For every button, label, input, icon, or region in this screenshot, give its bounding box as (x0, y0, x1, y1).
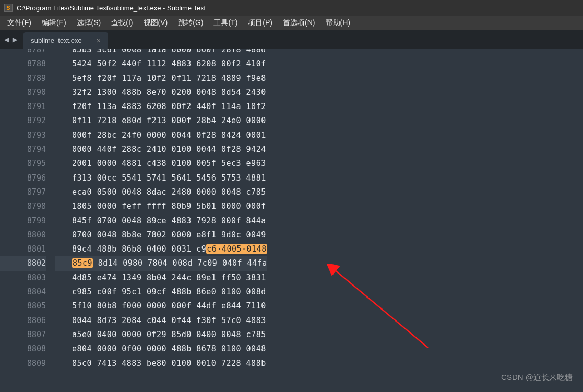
line-number: 8788 (0, 57, 46, 71)
line-number: 8797 (0, 185, 46, 199)
hex-row[interactable]: eca0 0500 0048 8dac 2480 0000 0048 c785 (55, 185, 267, 199)
menu-file[interactable]: 文件(F) (3, 17, 35, 29)
title-bar: S C:\Program Files\Sublime Text\sublime_… (0, 0, 583, 16)
line-number: 8791 (0, 100, 46, 114)
line-number: 8808 (0, 342, 46, 356)
app-icon: S (4, 4, 13, 12)
hex-row[interactable]: 85c0 7413 4883 be80 0100 0010 7228 488b (55, 357, 267, 371)
nav-arrows: ◀ ▶ (3, 34, 18, 44)
search-highlight: c6·4005·0148 (206, 244, 267, 254)
tab-close-icon[interactable]: × (97, 37, 101, 45)
line-number: 8794 (0, 142, 46, 157)
hex-row[interactable]: 5ef8 f20f 117a 10f2 0f11 7218 4889 f9e8 (55, 72, 267, 86)
line-number: 8809 (0, 357, 46, 371)
line-number: 8807 (0, 328, 46, 342)
hex-row[interactable]: 05b3 3c61 00e8 1a1a 6000 660f 28f8 488d (55, 49, 267, 57)
line-number: 8806 (0, 314, 46, 328)
line-number: 8789 (0, 72, 46, 86)
line-number: 8787 (0, 49, 46, 57)
hex-row[interactable]: 0700 0048 8b8e 7802 0000 e8f1 9d0c 0049 (55, 228, 267, 242)
menu-edit[interactable]: 编辑(E) (38, 17, 70, 29)
line-number: 8800 (0, 228, 46, 242)
editor-area[interactable]: 8787878887898790879187928793879487958796… (0, 49, 583, 392)
menu-bar: 文件(F) 编辑(E) 选择(S) 查找(I) 视图(V) 跳转(G) 工具(T… (0, 16, 583, 30)
hex-row[interactable]: 845f 0700 0048 89ce 4883 7928 000f 844a (55, 214, 267, 228)
hex-row[interactable]: 89c4 488b 86b8 0400 0031 c9c6·4005·0148 (55, 242, 267, 256)
hex-row[interactable]: f20f 113a 4883 6208 00f2 440f 114a 10f2 (55, 100, 267, 114)
line-number: 8803 (0, 271, 46, 285)
hex-row[interactable]: 5424 50f2 440f 1112 4883 6208 00f2 410f (55, 57, 267, 71)
hex-row[interactable]: e804 0000 0f00 0000 488b 8678 0100 0048 (55, 342, 267, 356)
line-number: 8802 (0, 256, 46, 270)
hex-row[interactable]: 85c9 8d14 0980 7804 008d 7c09 040f 44fa (55, 256, 267, 270)
line-number: 8790 (0, 86, 46, 100)
hex-row[interactable]: 2001 0000 4881 c438 0100 005f 5ec3 e963 (55, 157, 267, 171)
line-number: 8801 (0, 242, 46, 256)
hex-row[interactable]: 1805 0000 feff ffff 80b9 5b01 0000 000f (55, 199, 267, 213)
tab-sublime-text-exe[interactable]: sublime_text.exe × (23, 32, 108, 49)
tab-bar: ◀ ▶ sublime_text.exe × (0, 30, 583, 49)
menu-project[interactable]: 项目(P) (244, 17, 277, 29)
svg-line-0 (334, 269, 428, 348)
menu-goto[interactable]: 跳转(G) (174, 17, 207, 29)
nav-forward-icon[interactable]: ▶ (11, 34, 19, 44)
line-number: 8793 (0, 128, 46, 142)
line-number: 8792 (0, 114, 46, 128)
line-number: 8795 (0, 157, 46, 171)
hex-row[interactable]: 4d85 e474 1349 8b04 244c 89e1 ff50 3831 (55, 271, 267, 285)
menu-select[interactable]: 选择(S) (73, 17, 105, 29)
nav-back-icon[interactable]: ◀ (3, 34, 10, 44)
tab-label: sublime_text.exe (31, 37, 82, 44)
search-highlight: 85c9 (72, 258, 93, 268)
line-number-gutter: 8787878887898790879187928793879487958796… (0, 49, 55, 371)
hex-row[interactable]: f313 00cc 5541 5741 5641 5456 5753 4881 (55, 171, 267, 185)
menu-tools[interactable]: 工具(T) (209, 17, 242, 29)
line-number: 8804 (0, 285, 46, 299)
line-number: 8796 (0, 171, 46, 185)
hex-row[interactable]: 5f10 80b8 f000 0000 000f 44df e844 7110 (55, 299, 267, 313)
line-number: 8805 (0, 299, 46, 313)
hex-row[interactable]: 0044 8d73 2084 c044 0f44 f30f 57c0 4883 (55, 314, 267, 328)
menu-prefs[interactable]: 首选项(N) (279, 17, 319, 29)
hex-row[interactable]: 0f11 7218 e80d f213 000f 28b4 24e0 0000 (55, 114, 267, 128)
hex-row[interactable]: a5e0 0400 0000 0f29 85d0 0400 0048 c785 (55, 328, 267, 342)
hex-row[interactable]: c985 c00f 95c1 09cf 488b 86e0 0100 008d (55, 285, 267, 299)
hex-row[interactable]: 000f 28bc 24f0 0000 0044 0f28 8424 0001 (55, 128, 267, 142)
hex-row[interactable]: 0000 440f 288c 2410 0100 0044 0f28 9424 (55, 142, 267, 157)
menu-help[interactable]: 帮助(H) (322, 17, 354, 29)
window-title: C:\Program Files\Sublime Text\sublime_te… (17, 4, 206, 12)
menu-find[interactable]: 查找(I) (107, 17, 137, 29)
code-content[interactable]: 05b3 3c61 00e8 1a1a 6000 660f 28f8 488d5… (55, 49, 267, 371)
hex-row[interactable]: 32f2 1300 488b 8e70 0200 0048 8d54 2430 (55, 86, 267, 100)
line-number: 8799 (0, 214, 46, 228)
menu-view[interactable]: 视图(V) (139, 17, 172, 29)
annotation-arrow-icon (324, 264, 438, 358)
line-number: 8798 (0, 199, 46, 213)
